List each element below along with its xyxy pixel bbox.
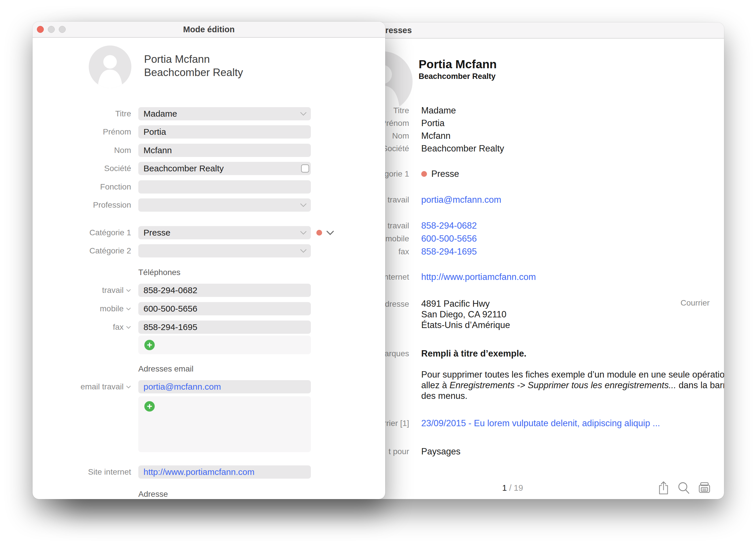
form-row-societe: Société Beachcomber Realty bbox=[33, 162, 385, 175]
close-button[interactable] bbox=[37, 26, 44, 33]
chevron-down-icon bbox=[300, 249, 307, 253]
societe-checkbox[interactable] bbox=[301, 165, 309, 173]
phone-link[interactable]: 858-294-0682 bbox=[421, 220, 477, 232]
societe-input[interactable]: Beachcomber Realty bbox=[138, 162, 311, 175]
form-row-nom: Nom Mcfann bbox=[33, 144, 385, 157]
section-header-emails: Adresses email bbox=[138, 364, 193, 373]
phone-type-select[interactable]: mobile bbox=[44, 302, 131, 315]
prenom-input[interactable]: Portia bbox=[138, 125, 311, 139]
printer-icon bbox=[698, 481, 711, 494]
courrier-link[interactable]: 23/09/2015 - Eu lorem vulputate delenit,… bbox=[421, 418, 660, 429]
address-type-tag: Courrier bbox=[681, 298, 710, 307]
website-link[interactable]: http://www.portiamcfann.com bbox=[421, 271, 536, 283]
category-value: Presse bbox=[431, 168, 459, 180]
category-color-dot[interactable] bbox=[316, 230, 322, 236]
contact-name: Portia Mcfann bbox=[144, 53, 210, 65]
contact-company: Beachcomber Realty bbox=[144, 67, 243, 78]
form-row-categorie1: Catégorie 1 Presse bbox=[33, 226, 385, 239]
field-label: Site internet bbox=[44, 465, 131, 479]
form-row-categorie2: Catégorie 2 bbox=[33, 244, 385, 258]
field-label: Catégorie 1 bbox=[44, 226, 131, 239]
form-row-phone-mobile: mobile 600-500-5656 bbox=[33, 302, 385, 315]
chevron-down-icon bbox=[126, 385, 131, 388]
chevron-down-icon bbox=[300, 203, 307, 207]
form-row-titre: Titre Madame bbox=[33, 107, 385, 120]
desktop: Adresses Portia Mcfann Beachcomber Realt… bbox=[0, 0, 756, 542]
share-button[interactable] bbox=[655, 480, 672, 496]
chevron-down-icon bbox=[300, 112, 307, 116]
contact-company: Beachcomber Realty bbox=[419, 72, 496, 81]
plus-icon: + bbox=[147, 401, 152, 411]
email-link[interactable]: portia@mcfann.com bbox=[421, 194, 501, 206]
field-value: Beachcomber Realty bbox=[421, 143, 504, 154]
chevron-down-icon bbox=[126, 307, 131, 310]
chevron-down-icon bbox=[300, 231, 307, 235]
emails-footer-block bbox=[138, 396, 311, 452]
field-label: Catégorie 2 bbox=[44, 244, 131, 258]
front-titlebar[interactable]: Mode édition bbox=[33, 22, 385, 38]
fonction-input[interactable] bbox=[138, 180, 311, 194]
share-icon bbox=[657, 481, 670, 495]
contact-name: Portia Mcfann bbox=[419, 58, 497, 71]
chevron-down-icon bbox=[126, 289, 131, 292]
field-value: Portia bbox=[421, 118, 445, 129]
field-label: Fonction bbox=[44, 180, 131, 194]
field-label: Titre bbox=[44, 107, 131, 120]
form-row-phone-travail: travail 858-294-0682 bbox=[33, 284, 385, 297]
front-window-title: Mode édition bbox=[33, 22, 385, 37]
contact-avatar[interactable] bbox=[89, 46, 131, 88]
email-type-select[interactable]: email travail bbox=[44, 380, 131, 393]
site-input[interactable]: http://www.portiamcfann.com bbox=[138, 465, 311, 479]
window-mode-edition: Mode édition Portia Mcfann Beachcomber R… bbox=[33, 22, 385, 499]
remarks-title: Rempli à titre d’exemple. bbox=[421, 348, 526, 359]
field-value: Mcfann bbox=[421, 130, 451, 142]
minimize-button[interactable] bbox=[48, 26, 55, 33]
phone-link[interactable]: 600-500-5656 bbox=[421, 233, 477, 245]
categorie2-select[interactable] bbox=[138, 244, 311, 258]
person-icon bbox=[89, 46, 131, 88]
profession-select[interactable] bbox=[138, 199, 311, 212]
zoom-button[interactable] bbox=[59, 26, 66, 33]
form-row-site: Site internet http://www.portiamcfann.co… bbox=[33, 465, 385, 479]
field-label: Nom bbox=[44, 144, 131, 157]
search-button[interactable] bbox=[676, 480, 692, 496]
address-value: 4891 Pacific Hwy San Diego, CA 92110 Éta… bbox=[421, 298, 510, 330]
form-row-profession: Profession bbox=[33, 199, 385, 212]
contact-header: Portia Mcfann Beachcomber Realty bbox=[144, 53, 243, 79]
phone-type-select[interactable]: travail bbox=[44, 284, 131, 297]
search-icon bbox=[677, 481, 690, 494]
form-row-email-travail: email travail portia@mcfann.com bbox=[33, 380, 385, 393]
form-row-prenom: Prénom Portia bbox=[33, 125, 385, 139]
phone-travail-input[interactable]: 858-294-0682 bbox=[138, 284, 311, 297]
phone-mobile-input[interactable]: 600-500-5656 bbox=[138, 302, 311, 315]
field-label: Prénom bbox=[44, 125, 131, 139]
email-travail-input[interactable]: portia@mcfann.com bbox=[138, 380, 311, 393]
field-label: Société bbox=[44, 162, 131, 175]
record-pagination: 1 / 19 bbox=[502, 483, 523, 493]
category-color-dot bbox=[421, 171, 427, 177]
section-header-adresse: Adresse bbox=[138, 490, 168, 499]
field-value: Paysages bbox=[421, 446, 460, 457]
form-row-fonction: Fonction bbox=[33, 180, 385, 194]
field-value: Madame bbox=[421, 105, 456, 116]
phone-type-select[interactable]: fax bbox=[44, 320, 131, 334]
section-header-telephones: Téléphones bbox=[138, 268, 180, 277]
chevron-down-icon[interactable] bbox=[326, 231, 334, 235]
form-row-phone-fax: fax 858-294-1695 bbox=[33, 320, 385, 334]
plus-icon: + bbox=[147, 339, 152, 350]
print-button[interactable] bbox=[696, 480, 712, 496]
add-phone-button[interactable]: + bbox=[144, 340, 155, 350]
add-email-button[interactable]: + bbox=[144, 401, 155, 411]
phone-link[interactable]: 858-294-1695 bbox=[421, 246, 477, 258]
titre-select[interactable]: Madame bbox=[138, 107, 311, 120]
field-label: Profession bbox=[44, 199, 131, 212]
phones-footer-block bbox=[138, 335, 311, 354]
chevron-down-icon bbox=[126, 326, 131, 329]
nom-input[interactable]: Mcfann bbox=[138, 144, 311, 157]
phone-fax-input[interactable]: 858-294-1695 bbox=[138, 320, 311, 334]
categorie1-select[interactable]: Presse bbox=[138, 226, 311, 239]
traffic-lights bbox=[37, 26, 66, 33]
remarks-paragraph: Pour supprimer toutes les fiches exemple… bbox=[421, 369, 724, 401]
